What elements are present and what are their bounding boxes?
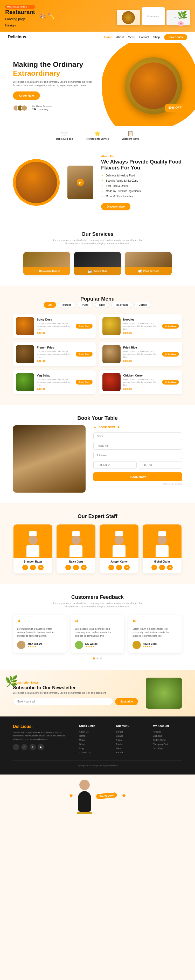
discount-badge: 40% OFF: [165, 104, 185, 112]
footer-link-menu-quick[interactable]: Menu: [79, 739, 108, 741]
footer-shipping-link[interactable]: Shipping: [153, 735, 182, 737]
menu-tab-icecream[interactable]: Ice-cream: [111, 302, 132, 308]
menu-tab-coffee[interactable]: Coffee: [134, 302, 151, 308]
chef-figure-1: [56, 525, 96, 558]
social-tw-0[interactable]: t: [30, 565, 36, 570]
footer-social-fb[interactable]: f: [13, 744, 19, 750]
menu-order-btn-3[interactable]: Order Now: [162, 352, 179, 356]
social-fb-1[interactable]: f: [66, 565, 71, 570]
social-tw-1[interactable]: t: [73, 565, 79, 570]
menu-order-btn-2[interactable]: Order Now: [76, 352, 93, 356]
footer-menu-treats[interactable]: Treats: [116, 747, 145, 749]
booking-section: Book Your Table ✦ BOOK NOW ✦ BOOK NOW Po…: [0, 405, 195, 503]
feedback-name-0: John William: [27, 643, 42, 645]
menu-item-desc-4: Lorem ipsum is a placeholder text common…: [37, 378, 73, 387]
social-fb-2[interactable]: f: [109, 565, 114, 570]
social-in-3[interactable]: in: [167, 565, 173, 570]
nav-home[interactable]: Home: [104, 35, 112, 38]
feedback-stars-0: ★★★★★: [27, 645, 42, 648]
social-tw-3[interactable]: t: [159, 565, 165, 570]
hero-order-button[interactable]: Order Now: [13, 91, 40, 100]
footer-cart-link[interactable]: Shopping Cart: [153, 743, 182, 746]
footer-link-home[interactable]: Home: [79, 735, 108, 737]
booking-submit-button[interactable]: BOOK NOW: [93, 473, 182, 481]
social-fb-3[interactable]: f: [152, 565, 157, 570]
feature-2-label: Excellent Menu: [122, 138, 139, 140]
footer-social-yt[interactable]: ▶: [38, 744, 44, 750]
feedback-card-0: ❝ Lorem ipsum is a placeholder text comm…: [13, 615, 67, 654]
footer-menu-salads[interactable]: Salads: [116, 735, 145, 737]
footer-menu-pizza[interactable]: Pizza: [116, 739, 145, 741]
service-img-2: 🍽️ Food Services: [125, 252, 172, 275]
nav-contact[interactable]: Contact: [139, 35, 149, 38]
menu-tabs: All Burger Pizza Rice Ice-cream Coffee: [13, 302, 182, 308]
booking-image: [13, 425, 86, 493]
feature-1: ⭐ Professional Service: [86, 130, 109, 140]
play-button[interactable]: ▶: [77, 179, 84, 186]
social-in-2[interactable]: in: [124, 565, 129, 570]
footer-link-offers[interactable]: Offers: [79, 743, 108, 746]
footer-social-tw[interactable]: t: [30, 744, 36, 750]
check-icon-3: ✓: [101, 189, 104, 193]
menu-order-btn-1[interactable]: Order Now: [162, 324, 179, 329]
footer-social-in[interactable]: in: [21, 744, 27, 750]
feedback-dot-0[interactable]: [93, 657, 95, 659]
newsletter-email-input[interactable]: [13, 698, 113, 705]
discover-more-button[interactable]: Discover More: [101, 203, 130, 210]
chef-figure-0: [13, 525, 53, 558]
booking-time-input[interactable]: [139, 461, 182, 469]
menu-order-btn-0[interactable]: Order Now: [76, 324, 93, 329]
social-tw-2[interactable]: t: [116, 565, 122, 570]
about-features-list: ✓ Delicious & Healthy Food ✓ Specific Fa…: [101, 174, 182, 198]
menu-order-btn-5[interactable]: Order Now: [162, 380, 179, 385]
booking-person-input[interactable]: [93, 452, 182, 459]
check-icon-1: ✓: [101, 179, 104, 183]
footer-order-status-link[interactable]: Order Status: [153, 739, 182, 741]
menu-tab-pizza[interactable]: Pizza: [78, 302, 93, 308]
newsletter-form: Subscribe: [13, 698, 138, 705]
booking-date-input[interactable]: [93, 461, 137, 469]
menu-tab-all[interactable]: All: [44, 302, 56, 308]
footer-menu-burger[interactable]: Burger: [116, 730, 145, 733]
hero-image-area: 40% OFF: [125, 57, 182, 114]
menu-item-price-2: $25.85: [37, 359, 73, 362]
staff-card-3: Michel Clarke f t in: [142, 525, 182, 573]
feedback-avatar-0: [17, 641, 26, 649]
decor-left: ✦: [93, 425, 96, 430]
menu-item-0: Spicy Dosa Lorem ipsum is a placeholder …: [13, 314, 96, 339]
booking-name-input[interactable]: [93, 433, 182, 440]
mockup-1: [117, 10, 140, 25]
newsletter-decor: [146, 678, 182, 709]
menu-item-name-3: Fried Rice: [123, 346, 160, 349]
services-desc: Lorem ipsum is a placeholder text common…: [48, 239, 147, 246]
footer-link-about[interactable]: About Us: [79, 730, 108, 733]
menu-tab-rice[interactable]: Rice: [95, 302, 109, 308]
newsletter-food-image: [146, 678, 182, 709]
hero-stat-rating: 4.9 Rating: [38, 108, 48, 111]
heart-left: ♥: [69, 792, 73, 799]
feedback-card-1: ❝ Lorem ipsum is a placeholder text comm…: [71, 615, 125, 654]
feedback-dot-2[interactable]: [100, 657, 102, 659]
social-in-1[interactable]: in: [81, 565, 86, 570]
footer-link-blog[interactable]: Blog: [79, 747, 108, 749]
social-fb-0[interactable]: f: [22, 565, 28, 570]
about-food-image: [16, 162, 57, 203]
staff-section: Our Expert Staff Brandon Razer f t in: [0, 503, 195, 584]
nav-menu[interactable]: Menu: [128, 35, 135, 38]
nav-cta-button[interactable]: Book a Table: [164, 34, 187, 40]
footer-account-link[interactable]: Account: [153, 730, 182, 733]
footer-menu-pasta[interactable]: Pasta: [116, 743, 145, 746]
footer-link-contact[interactable]: Contact Us: [79, 751, 108, 754]
menu-order-btn-4[interactable]: Order Now: [76, 380, 93, 385]
avatar-3: [21, 105, 27, 111]
social-in-0[interactable]: in: [38, 565, 43, 570]
feedback-dot-1[interactable]: [96, 657, 99, 659]
nav-about[interactable]: About: [117, 35, 124, 38]
menu-tab-burger[interactable]: Burger: [58, 302, 75, 308]
footer-menu-kebab[interactable]: Kebab: [116, 751, 145, 754]
newsletter-subscribe-button[interactable]: Subscribe: [115, 698, 138, 705]
nav-shop[interactable]: Shop: [153, 35, 160, 38]
menu-item-info-4: Veg-Salad Lorem ipsum is a placeholder t…: [37, 374, 73, 390]
footer-shop-link[interactable]: Our Shop: [153, 747, 182, 749]
booking-phone-input[interactable]: [93, 442, 182, 450]
